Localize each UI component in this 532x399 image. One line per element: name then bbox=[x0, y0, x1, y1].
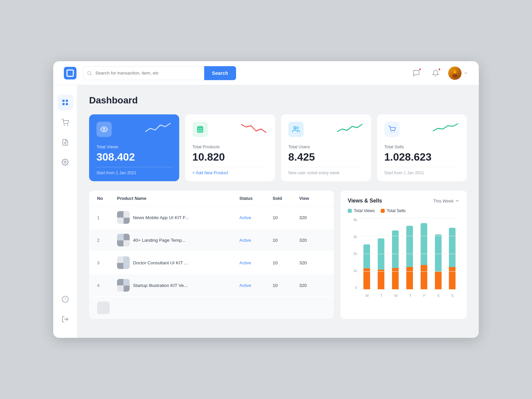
bar-group-S2 bbox=[449, 218, 456, 290]
y-label-1k: 1k bbox=[348, 269, 357, 273]
chart-period-button[interactable]: This Week bbox=[433, 199, 460, 203]
x-label-F: F bbox=[423, 294, 426, 298]
stat-label-sells: Total Sells bbox=[384, 144, 460, 149]
cell-name: 40+ Landing Page Temp... bbox=[117, 234, 239, 246]
svg-point-21 bbox=[394, 132, 395, 132]
svg-rect-6 bbox=[62, 103, 64, 105]
cell-sold: 10 bbox=[273, 260, 299, 265]
svg-rect-7 bbox=[66, 103, 67, 105]
sidebar-item-info[interactable] bbox=[57, 291, 73, 307]
svg-rect-4 bbox=[62, 100, 64, 102]
sidebar-item-cart[interactable] bbox=[57, 114, 73, 130]
products-icon bbox=[193, 122, 208, 137]
stat-card-top-products bbox=[193, 122, 268, 137]
file-icon bbox=[62, 139, 69, 146]
cell-status: Active bbox=[239, 260, 273, 265]
x-label-S1: S bbox=[437, 294, 440, 298]
y-label-4k: 4k bbox=[348, 218, 357, 222]
svg-point-17 bbox=[103, 128, 105, 130]
col-no: No bbox=[97, 196, 117, 201]
y-label-3k: 3k bbox=[348, 235, 357, 239]
search-button[interactable]: Search bbox=[204, 66, 236, 80]
stat-cards: Total Views 308.402 Start from 1 Jan 202… bbox=[89, 114, 467, 181]
cell-name: Startup Illustration KIT Ve... bbox=[117, 279, 239, 292]
col-sold: Sold bbox=[273, 196, 299, 201]
placeholder-thumb bbox=[97, 302, 110, 314]
product-thumb bbox=[117, 211, 130, 224]
notifications-button[interactable] bbox=[429, 66, 442, 80]
x-label-T1: T bbox=[380, 294, 383, 298]
sidebar-item-documents[interactable] bbox=[57, 134, 73, 150]
sidebar-item-logout[interactable] bbox=[57, 311, 73, 327]
stat-label-products: Total Products bbox=[193, 144, 268, 149]
messages-button[interactable] bbox=[410, 66, 423, 80]
search-input[interactable] bbox=[83, 66, 204, 80]
col-view: View bbox=[299, 196, 326, 201]
cell-name: Doctor Consultant UI KIT ... bbox=[117, 256, 239, 269]
cell-status: Active bbox=[239, 238, 273, 243]
stat-card-top-users bbox=[288, 122, 364, 137]
svg-rect-5 bbox=[66, 100, 67, 102]
grid-icon bbox=[62, 99, 69, 106]
cart-icon bbox=[62, 119, 69, 126]
table-header: No Product Name Status Sold View bbox=[89, 191, 334, 206]
svg-point-9 bbox=[67, 125, 68, 125]
cell-no: 2 bbox=[97, 238, 117, 243]
stat-sub-sells: Start from 1 Jan 2021 bbox=[384, 167, 460, 175]
stat-sub-users: New user noted every week bbox=[288, 167, 364, 175]
chart-legend: Total Views Total Sells bbox=[348, 208, 460, 213]
svg-point-12 bbox=[64, 161, 66, 163]
cell-no: 4 bbox=[97, 283, 117, 288]
settings-icon bbox=[62, 159, 69, 166]
cell-view: 320 bbox=[299, 238, 326, 243]
sparkline-users-icon bbox=[337, 122, 364, 135]
navbar: Search bbox=[53, 61, 479, 85]
app-logo[interactable] bbox=[64, 67, 76, 79]
chart-plot-area bbox=[360, 218, 460, 290]
add-product-link[interactable]: + Add New Product bbox=[193, 167, 268, 175]
stat-card-views: Total Views 308.402 Start from 1 Jan 202… bbox=[89, 114, 179, 181]
users-icon bbox=[288, 122, 304, 137]
y-label-2k: 2k bbox=[348, 252, 357, 256]
stat-sub-views: Start from 1 Jan 2021 bbox=[96, 167, 172, 175]
bar-group-T2 bbox=[406, 218, 413, 290]
y-axis: 4k 3k 2k 1k 0 bbox=[348, 218, 358, 290]
avatar-button[interactable] bbox=[448, 66, 468, 80]
sells-icon bbox=[384, 122, 400, 137]
bar-group-T1 bbox=[378, 218, 384, 290]
x-label-M: M bbox=[366, 294, 369, 298]
chevron-down-icon bbox=[455, 199, 460, 203]
table-row: 4 Startup Illustration KIT Ve... Active … bbox=[89, 274, 334, 296]
sidebar-item-dashboard[interactable] bbox=[57, 94, 73, 110]
notifications-badge bbox=[438, 68, 441, 71]
product-thumb bbox=[117, 256, 130, 269]
cell-sold: 10 bbox=[273, 283, 299, 288]
x-axis: M T W T F S S bbox=[360, 294, 460, 298]
avatar bbox=[448, 66, 462, 80]
cell-name: News Mobile App UI KIT F... bbox=[117, 211, 239, 224]
cell-view: 320 bbox=[299, 283, 326, 288]
legend-dot-teal bbox=[348, 209, 352, 213]
bar-group-W bbox=[392, 218, 399, 290]
cell-status: Active bbox=[239, 283, 273, 288]
cell-sold: 10 bbox=[273, 238, 299, 243]
x-label-T2: T bbox=[409, 294, 412, 298]
app-window: Search bbox=[53, 61, 479, 338]
product-thumb bbox=[117, 279, 130, 292]
bar-group-M bbox=[363, 218, 370, 290]
main-area: Dashboard Total View bbox=[53, 85, 479, 338]
svg-point-19 bbox=[294, 127, 296, 129]
page-title: Dashboard bbox=[89, 95, 467, 106]
table-row: 1 News Mobile App UI KIT F... Active 10 … bbox=[89, 206, 334, 228]
product-thumb bbox=[117, 234, 130, 246]
bar-group-F bbox=[421, 218, 427, 290]
cell-view: 320 bbox=[299, 260, 326, 265]
cell-no: 3 bbox=[97, 260, 117, 265]
sidebar-item-settings[interactable] bbox=[57, 154, 73, 170]
stat-value-sells: 1.028.623 bbox=[384, 151, 460, 163]
cell-sold: 10 bbox=[273, 215, 299, 220]
stat-card-top bbox=[96, 122, 172, 137]
svg-point-3 bbox=[452, 74, 458, 77]
stat-value-products: 10.820 bbox=[193, 151, 268, 163]
table-row-placeholder bbox=[89, 297, 334, 319]
